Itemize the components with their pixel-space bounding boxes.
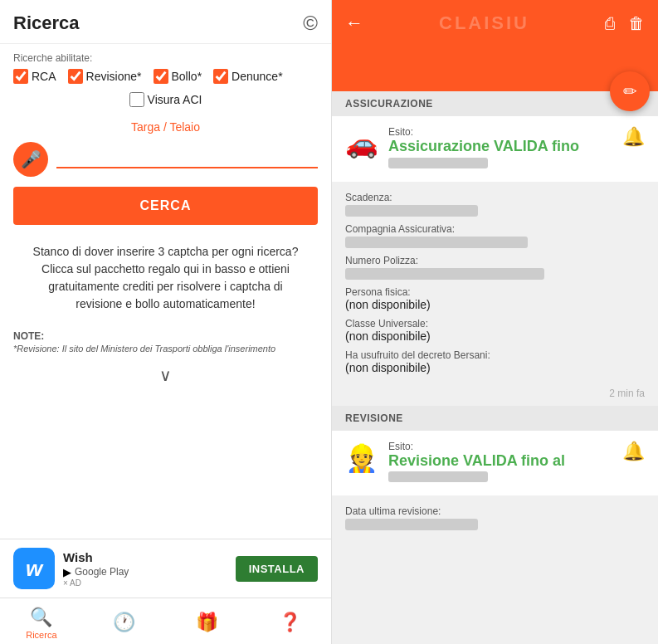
ad-marker: × AD [63,578,227,588]
copyright-icon: © [303,12,318,35]
revisione-esito-date [388,471,488,482]
help-nav-icon: ❓ [279,612,301,633]
note-section: NOTE: *Revisione: Il sito del Ministero … [0,324,331,360]
app-logo: CLAISIU [439,12,529,34]
delete-button[interactable]: 🗑 [628,14,645,33]
ad-store-label: Google Play [75,566,129,578]
detail-scadenza: Scadenza: [345,192,645,217]
share-button[interactable]: ⎙ [605,14,615,33]
detail-compagnia: Compagnia Assicurativa: [345,223,645,248]
microphone-icon: 🎤 [21,149,41,169]
nav-label-ricerca: Ricerca [26,630,56,640]
revisione-esito-value: Revisione VALIDA fino al [388,452,612,471]
checkbox-rca[interactable]: RCA [13,69,56,84]
edit-icon: ✏ [623,81,637,101]
checkbox-visura[interactable]: Visura ACI [129,92,202,107]
assicurazione-result-row: 🚗 Esito: Assicurazione VALIDA fino 🔔 [345,126,645,172]
assicurazione-esito-date [388,158,488,168]
detail-polizza: Numero Polizza: [345,255,645,280]
nav-item-history[interactable]: 🕐 [83,612,166,635]
ad-app-name: Wish [63,550,227,564]
data-ultima-revisione-blurred [345,519,478,530]
nav-item-gift[interactable]: 🎁 [166,612,249,635]
cerca-button[interactable]: CERCA [13,187,318,225]
checkbox-denunce[interactable]: Denunce* [213,69,283,84]
page-title: Ricerca [13,12,80,34]
checkbox-revisione[interactable]: Revisione* [68,69,142,84]
assicurazione-card: 🚗 Esito: Assicurazione VALIDA fino 🔔 [332,116,658,182]
ad-store-row: ▶ Google Play [63,566,227,578]
search-input[interactable] [56,150,318,165]
right-content: ASSICURAZIONE 🚗 Esito: Assicurazione VAL… [332,91,658,644]
detail-bersani: Ha usufruito del decreto Bersani: (non d… [345,349,645,374]
ad-logo: w [13,548,55,589]
search-nav-icon: 🔍 [30,607,52,628]
bell-icon-revisione[interactable]: 🔔 [622,441,645,462]
revisione-esito-label: Esito: [388,441,612,452]
persona-value: (non disponibile) [345,298,645,311]
chevron-down-icon: ∨ [159,365,172,385]
targa-label: Targa / Telaio [0,115,331,137]
note-title: NOTE: [13,330,44,342]
orange-bar: ✏ [332,46,658,91]
car-revisione-icon: 👷 [345,442,378,474]
history-nav-icon: 🕐 [113,612,135,633]
left-content: Ricerche abilitate: RCA Revisione* Bollo… [0,44,331,539]
bersani-value: (non disponibile) [345,361,645,374]
install-button[interactable]: INSTALLA [236,556,318,582]
right-header: ← CLAISIU ⎙ 🗑 [332,0,658,46]
checkboxes-row: RCA Revisione* Bollo* Denunce* [0,69,331,89]
revisione-body: Esito: Revisione VALIDA fino al [388,441,612,486]
promo-text: Stanco di dover inserire 3 captcha per o… [0,235,331,324]
revisione-result-row: 👷 Esito: Revisione VALIDA fino al 🔔 [345,441,645,486]
visura-row: Visura ACI [0,89,331,115]
detail-ultima-revisione: Data ultima revisione: [345,505,645,530]
back-button[interactable]: ← [345,12,363,34]
right-panel: ← CLAISIU ⎙ 🗑 ✏ ASSICURAZIONE 🚗 Esito: A… [332,0,658,644]
note-text: *Revisione: Il sito del Ministero dei Tr… [13,343,318,355]
detail-classe: Classe Universale: (non disponibile) [345,318,645,343]
ad-info: Wish ▶ Google Play × AD [63,550,227,588]
polizza-blurred [345,268,544,280]
left-panel: Ricerca © Ricerche abilitate: RCA Revisi… [0,0,332,644]
assicurazione-body: Esito: Assicurazione VALIDA fino [388,126,612,172]
classe-value: (non disponibile) [345,329,645,343]
checkbox-bollo[interactable]: Bollo* [154,69,202,84]
right-header-actions: ⎙ 🗑 [605,14,645,33]
left-header: Ricerca © [0,0,331,44]
google-play-icon: ▶ [63,566,71,578]
ricerche-label: Ricerche abilitate: [0,44,331,69]
section-header-assicurazione: ASSICURAZIONE [332,91,658,116]
section-header-revisione: REVISIONE [332,406,658,431]
assicurazione-esito-label: Esito: [388,126,612,138]
assicurazione-details: Scadenza: Compagnia Assicurativa: Numero… [332,183,658,384]
revisione-card: 👷 Esito: Revisione VALIDA fino al 🔔 [332,431,658,496]
microphone-button[interactable]: 🎤 [13,142,48,177]
gift-nav-icon: 🎁 [196,612,218,633]
nav-item-ricerca[interactable]: 🔍 Ricerca [0,607,83,640]
assicurazione-esito-value: Assicurazione VALIDA fino [388,138,612,156]
ad-banner: w Wish ▶ Google Play × AD INSTALLA [0,539,331,598]
search-input-wrapper [56,150,318,168]
bottom-nav: 🔍 Ricerca 🕐 🎁 ❓ [0,598,331,644]
revisione-details: Data ultima revisione: [332,497,658,540]
expand-button[interactable]: ∨ [0,360,331,393]
car-insurance-icon: 🚗 [345,128,378,159]
timestamp-assicurazione: 2 min fa [332,384,658,406]
fab-button[interactable]: ✏ [610,71,650,111]
nav-item-help[interactable]: ❓ [248,612,331,635]
compagnia-blurred [345,237,528,248]
search-row: 🎤 [0,137,331,183]
scadenza-blurred [345,205,478,217]
bell-icon-assicurazione[interactable]: 🔔 [622,126,645,148]
detail-persona: Persona fisica: (non disponibile) [345,286,645,311]
